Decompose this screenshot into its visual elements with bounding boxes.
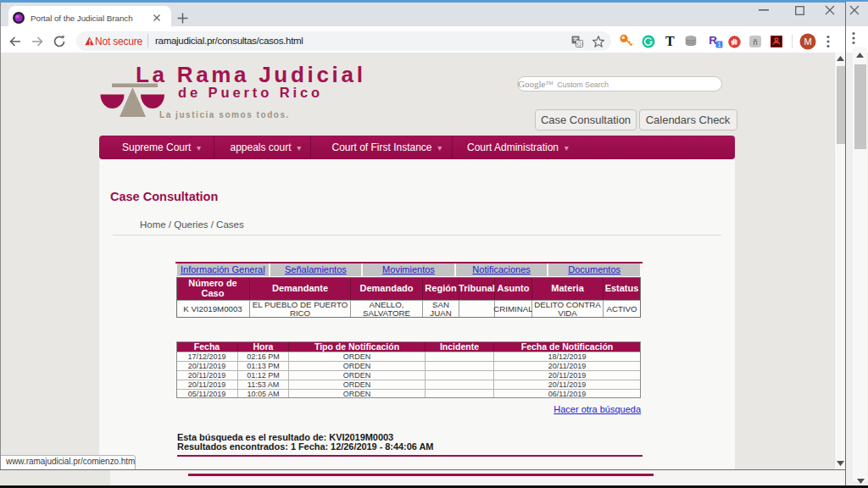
svg-text:G: G <box>577 40 582 47</box>
svg-text:1: 1 <box>717 41 721 48</box>
svg-text:M: M <box>804 36 811 47</box>
svg-text:ñ: ñ <box>753 38 757 47</box>
